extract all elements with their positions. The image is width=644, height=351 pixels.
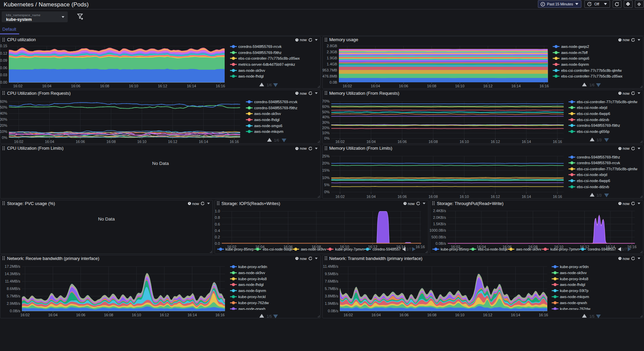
svg-text:1/7: 1/7 [406,247,411,251]
svg-text:kube-proxy-85mrp: kube-proxy-85mrp [225,247,254,251]
svg-text:ebs-csi-controller-77c77b5c8b-: ebs-csi-controller-77c77b5c8b-qlmfw [561,68,622,72]
svg-text:coredns-5948f55769-f9thz: coredns-5948f55769-f9thz [577,123,620,127]
svg-text:1/7: 1/7 [622,247,627,251]
svg-text:10%: 10% [0,129,7,134]
svg-text:16:06: 16:06 [397,139,407,143]
svg-text:ebs-csi-node-6wpp6: ebs-csi-node-6wpp6 [577,179,610,183]
svg-text:aws-node-6qnrm: aws-node-6qnrm [238,289,266,293]
svg-text:16:10: 16:10 [459,195,469,199]
svg-text:16:02: 16:02 [13,84,23,88]
svg-text:ebs-csi-node-9stqk: ebs-csi-node-9stqk [478,247,508,251]
svg-text:25%: 25% [322,154,330,158]
svg-text:aws-node-gwqs2: aws-node-gwqs2 [561,45,589,49]
svg-text:2.0KB/s: 2.0KB/s [433,215,446,219]
svg-text:11.4MB/s: 11.4MB/s [323,264,338,268]
svg-text:ebs-csi-controller-77c77b5c8b-: ebs-csi-controller-77c77b5c8b-z85wx [561,74,623,78]
svg-text:16:04: 16:04 [371,313,381,317]
svg-text:16:14: 16:14 [188,313,197,317]
svg-text:aws-node-mkqvm: aws-node-mkqvm [254,129,283,134]
svg-text:kube-proxy-ln4s8: kube-proxy-ln4s8 [238,277,266,281]
svg-text:16:06: 16:06 [399,313,409,317]
svg-text:0%: 0% [324,190,329,194]
svg-text:0.0: 0.0 [215,241,220,245]
svg-text:kube-proxy-762dw: kube-proxy-762dw [560,307,590,310]
svg-text:ebs-csi-node-ddzvb: ebs-csi-node-ddzvb [577,185,609,189]
svg-text:coredns-5948f55769-rrcvk: coredns-5948f55769-rrcvk [238,45,282,49]
svg-text:15%: 15% [322,168,330,172]
svg-text:16:02: 16:02 [335,195,345,199]
svg-text:16:16: 16:16 [215,313,225,317]
svg-text:16:16: 16:16 [553,139,562,143]
svg-text:10%: 10% [322,176,330,180]
svg-text:11.4MB/s: 11.4MB/s [5,279,21,283]
svg-text:coredns-5948f55769-f9thz: coredns-5948f55769-f9thz [238,51,281,55]
svg-text:20%: 20% [0,123,7,127]
svg-text:aws-node-sk9vv: aws-node-sk9vv [238,68,265,72]
svg-text:16:02: 16:02 [343,84,352,88]
svg-text:16:14: 16:14 [511,84,521,88]
svg-text:ebs-csi-node-ddzvb: ebs-csi-node-ddzvb [577,118,609,122]
svg-text:2.8GB: 2.8GB [327,44,337,48]
svg-text:0.12: 0.12 [0,51,7,55]
svg-text:16:10: 16:10 [129,84,138,88]
svg-text:20%: 20% [322,161,330,165]
svg-text:5.7MB/s: 5.7MB/s [7,294,21,298]
svg-text:0.8: 0.8 [215,215,220,220]
svg-text:coredns-5948f55769-rrcvk: coredns-5948f55769-rrcvk [577,161,620,165]
svg-text:16:14: 16:14 [187,84,196,88]
svg-text:16:16: 16:16 [553,195,562,199]
svg-text:1.0: 1.0 [215,209,220,213]
svg-text:16:06: 16:06 [397,195,407,199]
svg-text:50%: 50% [0,105,7,109]
svg-text:aws-node-smgs6: aws-node-smgs6 [561,56,589,60]
svg-text:0%: 0% [324,136,329,140]
svg-text:2.3GB: 2.3GB [327,50,337,54]
svg-text:1000.0B/s: 1000.0B/s [430,228,446,232]
svg-text:16:10: 16:10 [132,313,141,317]
svg-text:aws-node-qrwxh: aws-node-qrwxh [560,301,587,305]
svg-text:aws-node-m7bff: aws-node-m7bff [561,51,588,55]
svg-text:500.0B/s: 500.0B/s [431,235,446,239]
svg-text:kube-proxy-xr9dn: kube-proxy-xr9dn [560,265,589,269]
svg-text:aws-node-smgs6: aws-node-smgs6 [254,124,282,128]
svg-text:16:08: 16:08 [104,313,114,317]
svg-text:16:14: 16:14 [521,139,531,143]
svg-text:2.9MB/s: 2.9MB/s [7,301,21,305]
svg-text:16:08: 16:08 [106,139,116,143]
svg-text:7.6MB/s: 7.6MB/s [325,279,339,283]
svg-text:1.5KB/s: 1.5KB/s [433,222,446,226]
svg-text:aws-node-6qnrm: aws-node-6qnrm [561,62,589,66]
svg-text:16:10: 16:10 [455,313,464,317]
svg-text:0.4: 0.4 [215,228,220,232]
svg-text:0.09: 0.09 [0,58,7,62]
svg-text:0.6: 0.6 [215,222,220,226]
svg-text:aws-node-fhdgl: aws-node-fhdgl [254,118,279,122]
svg-text:16:14: 16:14 [511,313,520,317]
svg-text:1.9MB/s: 1.9MB/s [325,301,339,305]
svg-text:1/3: 1/3 [597,193,602,197]
svg-text:16:10: 16:10 [459,139,469,143]
svg-text:1/6: 1/6 [274,138,279,142]
svg-text:1/3: 1/3 [597,138,602,142]
svg-text:1/5: 1/5 [266,314,271,318]
svg-text:0.00: 0.00 [0,80,7,84]
svg-text:16:16: 16:16 [539,84,549,88]
svg-text:17.2MB/s: 17.2MB/s [5,264,21,268]
svg-text:16:08: 16:08 [428,139,438,143]
svg-text:ebs-csi-node-g656p: ebs-csi-node-g656p [577,129,609,134]
svg-text:aws-node-fhdgl: aws-node-fhdgl [238,283,263,287]
svg-text:16:02: 16:02 [335,139,345,143]
svg-text:coredns-5948f557: coredns-5948f557 [373,247,401,251]
svg-text:aws-node-sk9vv: aws-node-sk9vv [560,271,587,275]
svg-text:16:04: 16:04 [366,139,376,143]
svg-text:coredns-5948f55769-f9thz: coredns-5948f55769-f9thz [254,106,297,110]
svg-text:kube-proxy-7pmvn: kube-proxy-7pmvn [335,247,364,251]
svg-text:aws-node-fhdgl: aws-node-fhdgl [238,74,263,78]
svg-text:14.3MB/s: 14.3MB/s [5,272,21,276]
svg-text:ebs-csi-node-9stqk: ebs-csi-node-9stqk [263,247,293,251]
svg-text:0.2: 0.2 [215,235,220,239]
svg-text:ebs-csi-node-xbrjd: ebs-csi-node-xbrjd [577,173,607,177]
svg-text:1.4GB: 1.4GB [327,62,337,66]
svg-text:16:06: 16:06 [71,84,80,88]
svg-text:16:04: 16:04 [48,313,58,317]
